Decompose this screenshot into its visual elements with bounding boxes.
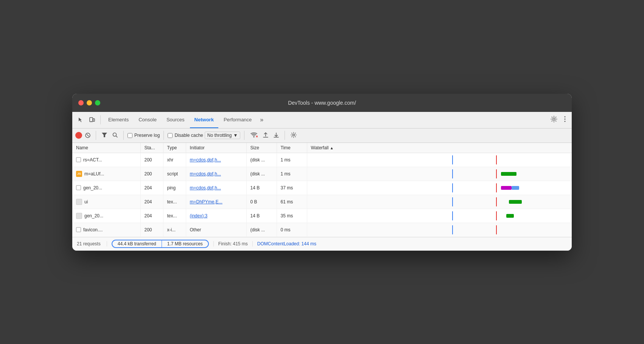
cell-waterfall <box>307 153 572 167</box>
request-name: ui <box>84 199 88 205</box>
request-name: rs=ACT... <box>83 157 102 163</box>
col-header-name[interactable]: Name <box>72 143 140 153</box>
preserve-log-checkbox[interactable] <box>128 133 132 138</box>
table-header-row: Name Sta... Type Initiator Size Time Wat… <box>72 143 572 153</box>
table-row[interactable]: favicon.... 200 x-i... Other (disk ... 0… <box>72 223 572 237</box>
waterfall-load-line <box>496 183 497 192</box>
waterfall-dom-line <box>452 211 453 220</box>
throttle-dropdown[interactable]: No throttling ▼ <box>205 132 241 139</box>
cell-name: ui <box>72 195 140 209</box>
cell-initiator: m=cdos,dpf,h... <box>186 167 246 181</box>
tab-network[interactable]: Network <box>190 112 218 128</box>
svg-line-11 <box>116 136 118 137</box>
chevron-down-icon: ▼ <box>233 133 238 138</box>
initiator-link[interactable]: m=cdos,dpf,h... <box>190 185 221 191</box>
disable-cache-label: Disable cache <box>174 133 203 138</box>
upload-icon[interactable] <box>261 131 270 140</box>
download-icon[interactable] <box>272 131 281 140</box>
tab-performance[interactable]: Performance <box>219 112 256 128</box>
tab-elements[interactable]: Elements <box>104 112 133 128</box>
cell-initiator: m=DhPYme,E... <box>186 195 246 209</box>
filter-icon <box>102 133 107 137</box>
waterfall-dom-line <box>452 155 453 164</box>
cell-waterfall <box>307 209 572 223</box>
table-row[interactable]: gen_20... 204 tex... (index):3 14 B 35 m… <box>72 209 572 223</box>
minimize-button[interactable] <box>87 100 92 105</box>
initiator-link[interactable]: m=cdos,dpf,h... <box>190 171 221 177</box>
kebab-icon <box>564 116 566 122</box>
file-image-icon <box>76 213 82 219</box>
table-row[interactable]: JS m=aLUf... 200 script m=cdos,dpf,h... … <box>72 167 572 181</box>
disable-cache-checkbox[interactable] <box>168 133 173 138</box>
record-button[interactable] <box>75 132 82 139</box>
disable-cache-checkbox-label[interactable]: Disable cache <box>168 133 203 138</box>
status-requests: 21 requests <box>77 241 107 246</box>
cell-size: 14 B <box>246 209 277 223</box>
cell-time: 0 ms <box>277 223 307 237</box>
cell-status: 204 <box>140 181 163 195</box>
svg-rect-0 <box>90 118 93 122</box>
cell-time: 1 ms <box>277 167 307 181</box>
col-header-initiator[interactable]: Initiator <box>186 143 246 153</box>
svg-line-8 <box>87 134 89 136</box>
initiator-link[interactable]: m=DhPYme,E... <box>190 199 222 205</box>
col-header-type[interactable]: Type <box>163 143 186 153</box>
network-settings-gear-button[interactable] <box>289 131 299 140</box>
cell-waterfall <box>307 223 572 237</box>
table-row[interactable]: ui 204 tex... m=DhPYme,E... 0 B 61 ms <box>72 195 572 209</box>
svg-point-19 <box>293 134 295 136</box>
tab-console[interactable]: Console <box>134 112 161 128</box>
col-header-status[interactable]: Sta... <box>140 143 163 153</box>
sort-arrow-icon: ▲ <box>330 146 334 150</box>
status-dom-content-loaded: DOMContentLoaded: 144 ms <box>252 241 316 246</box>
settings-gear-button[interactable] <box>548 114 560 126</box>
throttle-label: No throttling <box>207 133 232 138</box>
filter-button[interactable] <box>100 132 109 139</box>
col-header-time[interactable]: Time <box>277 143 307 153</box>
network-requests-table: Name Sta... Type Initiator Size Time Wat… <box>72 143 572 237</box>
initiator-link[interactable]: m=cdos,dpf,h... <box>190 157 221 163</box>
cell-time: 1 ms <box>277 153 307 167</box>
svg-rect-1 <box>93 119 95 121</box>
waterfall-bar <box>509 200 522 204</box>
maximize-button[interactable] <box>95 100 100 105</box>
request-name: m=aLUf... <box>84 171 104 177</box>
wifi-icon[interactable] <box>248 131 260 140</box>
clear-icon <box>85 132 91 138</box>
file-script-icon: JS <box>76 171 82 177</box>
device-toolbar-button[interactable] <box>87 115 97 124</box>
status-transferred: 44.4 kB transferred <box>112 240 162 247</box>
tab-sources[interactable]: Sources <box>162 112 189 128</box>
gear-icon <box>551 116 557 122</box>
status-bar: 21 requests 44.4 kB transferred 1.7 MB r… <box>72 237 572 251</box>
cell-initiator: Other <box>186 223 246 237</box>
inspect-element-button[interactable] <box>75 115 86 124</box>
cell-time: 37 ms <box>277 181 307 195</box>
cell-time: 61 ms <box>277 195 307 209</box>
toolbar-divider-2 <box>96 131 96 140</box>
cell-waterfall <box>307 181 572 195</box>
more-options-button[interactable] <box>561 115 569 125</box>
more-tabs-button[interactable]: » <box>257 115 266 125</box>
cell-size: 14 B <box>246 181 277 195</box>
file-image-icon <box>76 199 82 205</box>
cell-initiator: (index):3 <box>186 209 246 223</box>
svg-point-3 <box>553 118 555 120</box>
cursor-icon <box>78 117 84 123</box>
initiator-link[interactable]: (index):3 <box>190 213 208 218</box>
preserve-log-checkbox-label[interactable]: Preserve log <box>128 133 160 138</box>
cell-type: tex... <box>163 209 186 223</box>
wifi-signal-icon <box>250 132 258 138</box>
close-button[interactable] <box>78 100 84 105</box>
toolbar-divider-4 <box>163 131 164 140</box>
request-name: favicon.... <box>83 227 103 232</box>
search-button[interactable] <box>110 132 120 139</box>
clear-button[interactable] <box>84 131 92 139</box>
table-row[interactable]: gen_20... 204 ping m=cdos,dpf,h... 14 B … <box>72 181 572 195</box>
col-header-waterfall[interactable]: Waterfall ▲ <box>307 143 572 153</box>
cell-initiator: m=cdos,dpf,h... <box>186 153 246 167</box>
table-row[interactable]: rs=ACT... 200 xhr m=cdos,dpf,h... (disk … <box>72 153 572 167</box>
cell-waterfall <box>307 167 572 181</box>
title-bar: DevTools - www.google.com/ <box>72 94 572 112</box>
col-header-size[interactable]: Size <box>246 143 277 153</box>
